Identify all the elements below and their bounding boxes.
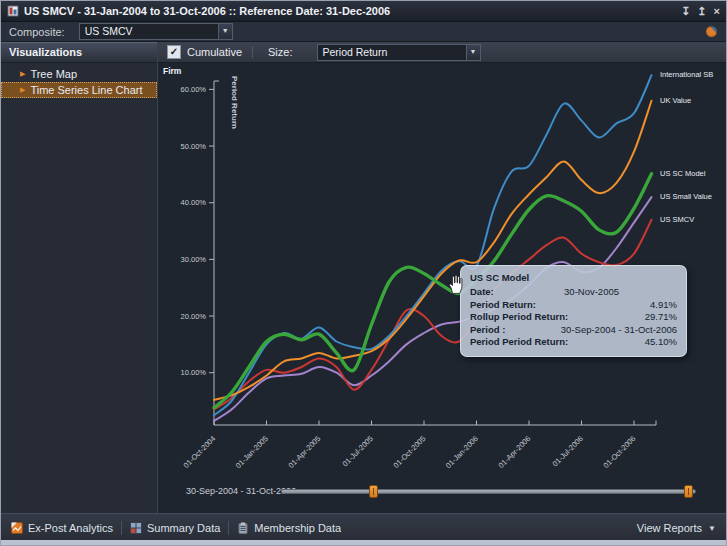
tooltip-row-value: 45.10% xyxy=(568,336,677,349)
series-end-label: UK Value xyxy=(660,96,691,105)
window-controls: ↧↥× xyxy=(681,6,720,17)
chart-axes xyxy=(214,81,656,425)
slider-handle-start[interactable] xyxy=(369,485,378,498)
tooltip-rows: Date:30-Nov-2005Period Return:4.91%Rollu… xyxy=(470,286,677,349)
y-tick-label: 10.00% xyxy=(181,368,207,377)
slider-track[interactable] xyxy=(281,489,696,494)
status-separator xyxy=(121,521,122,535)
chart-tooltip: US SC Model Date:30-Nov-2005Period Retur… xyxy=(460,265,687,357)
orange-arrow-icon: ▶ xyxy=(20,86,25,94)
x-tick-label: 01-Apr-2006 xyxy=(497,434,533,470)
sidebar-item-label: Time Series Line Chart xyxy=(30,84,142,96)
status-item-label: Membership Data xyxy=(254,522,341,534)
y-tick-label: 40.00% xyxy=(181,198,207,207)
size-label: Size: xyxy=(268,46,292,58)
status-item-membership-data[interactable]: Membership Data xyxy=(237,522,341,534)
check-icon: ✓ xyxy=(170,47,178,57)
time-range-slider-row: 30-Sep-2004 - 31-Oct-2006 xyxy=(158,481,727,513)
status-item-summary-data[interactable]: Summary Data xyxy=(130,522,220,534)
size-value: Period Return xyxy=(318,45,466,60)
series-end-label: US SMCV xyxy=(660,215,694,224)
y-tick-label: 50.00% xyxy=(181,142,207,151)
size-select[interactable]: Period Return ▼ xyxy=(317,44,481,61)
tooltip-title: US SC Model xyxy=(470,272,677,283)
summary-data-icon xyxy=(130,522,142,534)
close-icon[interactable]: × xyxy=(714,6,720,17)
chart-area: 10.00%20.00%30.00%40.00%50.00%60.00%01-O… xyxy=(158,63,727,513)
x-tick-label: 01-Jul-2005 xyxy=(341,434,375,468)
y-tick-label: 30.00% xyxy=(181,255,207,264)
x-tick-label: 01-Jul-2006 xyxy=(551,434,585,468)
x-tick-label: 01-Jan-2005 xyxy=(234,434,270,470)
series-end-label: International SB xyxy=(660,70,713,79)
view-reports-label: View Reports xyxy=(637,522,702,534)
composite-label: Composite: xyxy=(9,26,65,38)
view-reports-button[interactable]: View Reports ▼ xyxy=(637,522,716,534)
status-item-label: Summary Data xyxy=(147,522,220,534)
chevron-down-icon[interactable]: ▼ xyxy=(466,45,480,60)
status-item-label: Ex-Post Analytics xyxy=(28,522,113,534)
dock-up-icon[interactable]: ↥ xyxy=(697,6,706,17)
x-tick-label: 01-Jan-2006 xyxy=(444,434,480,470)
y-tick-label: 60.00% xyxy=(181,85,207,94)
tooltip-row-label: Date: xyxy=(470,286,494,299)
app-icon xyxy=(7,5,19,17)
sidebar-item-label: Tree Map xyxy=(30,68,77,80)
status-bar: Ex-Post AnalyticsSummary DataMembership … xyxy=(1,513,726,542)
composite-row: Composite: US SMCV ▼ xyxy=(1,22,726,42)
tooltip-row-value: 4.91% xyxy=(536,299,677,312)
composite-select[interactable]: US SMCV ▼ xyxy=(79,23,233,40)
tooltip-row-value: 30-Sep-2004 - 31-Oct-2006 xyxy=(505,324,677,337)
title-bar: US SMCV - 31-Jan-2004 to 31-Oct-2006 :: … xyxy=(1,1,726,22)
membership-data-icon xyxy=(237,522,249,534)
tooltip-row-label: Rollup Period Return: xyxy=(470,311,568,324)
tooltip-row-label: Period Period Return: xyxy=(470,336,568,349)
toolbar-divider xyxy=(252,46,253,58)
window-bottom-edge xyxy=(1,540,726,545)
sidebar-item-tree-map[interactable]: ▶Tree Map xyxy=(1,66,157,82)
series-end-label: US SC Model xyxy=(660,169,706,178)
sidebar-item-list: ▶Tree Map▶Time Series Line Chart xyxy=(1,66,157,98)
y-axis-title: Period Return xyxy=(230,76,239,129)
status-bar-items: Ex-Post AnalyticsSummary DataMembership … xyxy=(11,521,341,535)
y-tick-label: 20.00% xyxy=(181,312,207,321)
app-window: US SMCV - 31-Jan-2004 to 31-Oct-2006 :: … xyxy=(0,0,727,546)
series-end-label: US Small Value xyxy=(660,192,712,201)
sidebar-header: Visualizations xyxy=(1,42,157,63)
orange-arrow-icon: ▶ xyxy=(20,70,25,78)
tooltip-row: Period Period Return:45.10% xyxy=(470,336,677,349)
slider-range-label: 30-Sep-2004 - 31-Oct-2006 xyxy=(186,486,296,496)
tooltip-row-value: 30-Nov-2005 xyxy=(494,286,677,299)
tooltip-row-value: 29.71% xyxy=(568,311,677,324)
x-tick-label: 01-Oct-2006 xyxy=(602,434,638,470)
cumulative-label: Cumulative xyxy=(187,46,242,58)
chevron-down-icon: ▼ xyxy=(708,524,716,533)
sidebar: Visualizations ▶Tree Map▶Time Series Lin… xyxy=(1,42,158,513)
x-tick-label: 01-Oct-2004 xyxy=(182,434,218,470)
expost-analytics-icon xyxy=(11,522,23,534)
chart-panel-label: Firm xyxy=(163,66,182,76)
tooltip-row: Rollup Period Return:29.71% xyxy=(470,311,677,324)
x-tick-label: 01-Apr-2005 xyxy=(287,434,323,470)
chevron-down-icon[interactable]: ▼ xyxy=(218,24,232,39)
chart-toolbar: ✓ Cumulative Size: Period Return ▼ xyxy=(158,42,727,63)
tooltip-row: Period Return:4.91% xyxy=(470,299,677,312)
x-tick-label: 01-Oct-2005 xyxy=(392,434,428,470)
composite-value: US SMCV xyxy=(80,24,218,39)
slider-handle-end[interactable] xyxy=(684,485,693,498)
cumulative-checkbox[interactable]: ✓ xyxy=(167,45,181,59)
hand-cursor-icon xyxy=(446,274,465,295)
window-title: US SMCV - 31-Jan-2004 to 31-Oct-2006 :: … xyxy=(24,5,390,17)
tooltip-row: Date:30-Nov-2005 xyxy=(470,286,677,299)
tooltip-row: Period :30-Sep-2004 - 31-Oct-2006 xyxy=(470,324,677,337)
tooltip-row-label: Period Return: xyxy=(470,299,536,312)
status-separator xyxy=(228,521,229,535)
tooltip-row-label: Period : xyxy=(470,324,505,337)
status-item-ex-post-analytics[interactable]: Ex-Post Analytics xyxy=(11,522,113,534)
composite-status-icon[interactable] xyxy=(706,26,717,37)
dock-down-icon[interactable]: ↧ xyxy=(681,6,690,17)
sidebar-item-time-series-line-chart[interactable]: ▶Time Series Line Chart xyxy=(1,82,157,98)
